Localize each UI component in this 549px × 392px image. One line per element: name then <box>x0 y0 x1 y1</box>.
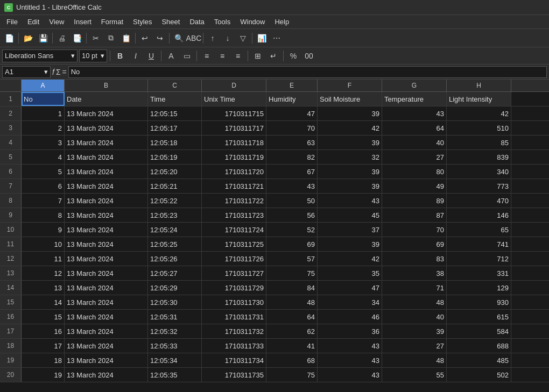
cell-c6[interactable]: 12:05:20 <box>148 165 202 179</box>
cell-a14[interactable]: 13 <box>22 281 65 295</box>
cell-a17[interactable]: 16 <box>22 324 65 338</box>
cell-e5[interactable]: 82 <box>266 150 318 164</box>
cell-f2[interactable]: 39 <box>318 106 382 120</box>
cell-c5[interactable]: 12:05:19 <box>148 150 202 164</box>
cell-e15[interactable]: 48 <box>266 295 318 309</box>
cell-a11[interactable]: 10 <box>22 237 65 251</box>
cell-d7[interactable]: 1710311721 <box>202 179 266 193</box>
cell-g12[interactable]: 83 <box>382 252 447 266</box>
cell-a12[interactable]: 11 <box>22 252 65 266</box>
cell-c4[interactable]: 12:05:18 <box>148 136 202 149</box>
cell-b12[interactable]: 13 March 2024 <box>65 252 148 266</box>
menu-item-file[interactable]: File <box>2 16 22 27</box>
cell-c9[interactable]: 12:05:23 <box>148 208 202 222</box>
open-button[interactable]: 📂 <box>21 31 35 45</box>
cell-h12[interactable]: 712 <box>447 252 511 266</box>
cell-a3[interactable]: 2 <box>22 121 65 135</box>
cell-h13[interactable]: 331 <box>447 266 511 280</box>
cell-c11[interactable]: 12:05:25 <box>148 237 202 251</box>
cell-b6[interactable]: 13 March 2024 <box>65 165 148 179</box>
cell-e8[interactable]: 50 <box>266 194 318 208</box>
cell-g10[interactable]: 70 <box>382 223 447 237</box>
filter-button[interactable]: ▽ <box>236 31 250 45</box>
cell-f11[interactable]: 39 <box>318 237 382 251</box>
cut-button[interactable]: ✂ <box>89 31 103 45</box>
cell-h7[interactable]: 773 <box>447 179 511 193</box>
menu-item-data[interactable]: Data <box>185 16 208 27</box>
cell-b8[interactable]: 13 March 2024 <box>65 194 148 208</box>
undo-button[interactable]: ↩ <box>138 31 152 45</box>
cell-d6[interactable]: 1710311720 <box>202 165 266 179</box>
paste-button[interactable]: 📋 <box>119 31 133 45</box>
cell-d12[interactable]: 1710311726 <box>202 252 266 266</box>
cell-b14[interactable]: 13 March 2024 <box>65 281 148 295</box>
font-size-selector[interactable]: 10 pt ▾ <box>79 49 107 62</box>
cell-f20[interactable]: 43 <box>318 368 382 382</box>
cell-a16[interactable]: 15 <box>22 310 65 324</box>
cell-f18[interactable]: 43 <box>318 339 382 353</box>
cell-b11[interactable]: 13 March 2024 <box>65 237 148 251</box>
cell-h16[interactable]: 615 <box>447 310 511 324</box>
cell-f13[interactable]: 35 <box>318 266 382 280</box>
font-name-selector[interactable]: Liberation Sans ▾ <box>2 49 78 62</box>
save-button[interactable]: 💾 <box>36 31 50 45</box>
print-preview-button[interactable]: 🖨 <box>55 31 69 45</box>
cell-g4[interactable]: 40 <box>382 136 447 149</box>
cell-e18[interactable]: 41 <box>266 339 318 353</box>
col-header-b[interactable]: B <box>65 80 148 91</box>
sort-asc-button[interactable]: ↑ <box>206 31 220 45</box>
cell-g3[interactable]: 64 <box>382 121 447 135</box>
cell-a2[interactable]: 1 <box>22 106 65 120</box>
cell-b1[interactable]: Date <box>65 92 148 106</box>
cell-h18[interactable]: 688 <box>447 339 511 353</box>
redo-button[interactable]: ↪ <box>153 31 167 45</box>
cell-d15[interactable]: 1710311730 <box>202 295 266 309</box>
cell-h8[interactable]: 470 <box>447 194 511 208</box>
cell-d1[interactable]: Unix Time <box>202 92 266 106</box>
cell-e19[interactable]: 68 <box>266 353 318 367</box>
cell-e14[interactable]: 84 <box>266 281 318 295</box>
cell-g18[interactable]: 27 <box>382 339 447 353</box>
cell-f10[interactable]: 37 <box>318 223 382 237</box>
cell-c3[interactable]: 12:05:17 <box>148 121 202 135</box>
cell-b18[interactable]: 13 March 2024 <box>65 339 148 353</box>
cell-c17[interactable]: 12:05:32 <box>148 324 202 338</box>
cell-c20[interactable]: 12:05:35 <box>148 368 202 382</box>
cell-h9[interactable]: 146 <box>447 208 511 222</box>
formula-input[interactable] <box>68 66 547 78</box>
col-header-c[interactable]: C <box>148 80 202 91</box>
cell-e2[interactable]: 47 <box>266 106 318 120</box>
cell-c8[interactable]: 12:05:22 <box>148 194 202 208</box>
cell-g5[interactable]: 27 <box>382 150 447 164</box>
col-header-e[interactable]: E <box>266 80 318 91</box>
cell-c14[interactable]: 12:05:29 <box>148 281 202 295</box>
cell-b13[interactable]: 13 March 2024 <box>65 266 148 280</box>
cell-e20[interactable]: 75 <box>266 368 318 382</box>
cell-f8[interactable]: 43 <box>318 194 382 208</box>
cell-f5[interactable]: 32 <box>318 150 382 164</box>
cell-c19[interactable]: 12:05:34 <box>148 353 202 367</box>
menu-item-sheet[interactable]: Sheet <box>157 16 184 27</box>
cell-a19[interactable]: 18 <box>22 353 65 367</box>
percent-button[interactable]: % <box>286 49 300 63</box>
underline-button[interactable]: U <box>144 49 158 63</box>
cell-b2[interactable]: 13 March 2024 <box>65 106 148 120</box>
menu-item-edit[interactable]: Edit <box>23 16 44 27</box>
highlight-button[interactable]: ▭ <box>180 49 194 63</box>
merge-button[interactable]: ⊞ <box>251 49 265 63</box>
cell-b10[interactable]: 13 March 2024 <box>65 223 148 237</box>
cell-e1[interactable]: Humidity <box>266 92 318 106</box>
cell-c7[interactable]: 12:05:21 <box>148 179 202 193</box>
cell-b16[interactable]: 13 March 2024 <box>65 310 148 324</box>
cell-d4[interactable]: 1710311718 <box>202 136 266 149</box>
cell-h14[interactable]: 129 <box>447 281 511 295</box>
cell-c13[interactable]: 12:05:27 <box>148 266 202 280</box>
menu-item-help[interactable]: Help <box>270 16 293 27</box>
cell-d5[interactable]: 1710311719 <box>202 150 266 164</box>
cell-c2[interactable]: 12:05:15 <box>148 106 202 120</box>
find-button[interactable]: 🔍 <box>172 31 186 45</box>
cell-f17[interactable]: 36 <box>318 324 382 338</box>
cell-g9[interactable]: 87 <box>382 208 447 222</box>
cell-d19[interactable]: 1710311734 <box>202 353 266 367</box>
col-header-d[interactable]: D <box>202 80 266 91</box>
